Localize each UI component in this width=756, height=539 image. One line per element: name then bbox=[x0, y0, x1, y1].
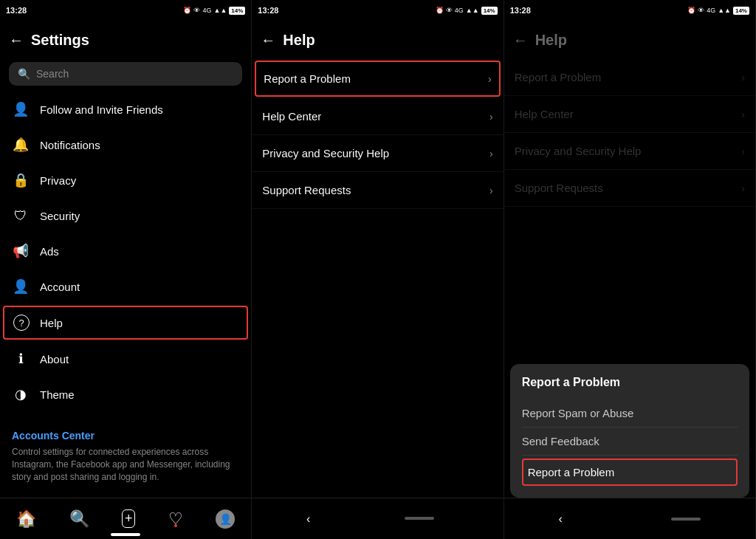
battery-icon: 14% bbox=[229, 7, 245, 15]
popup-item-report[interactable]: Report a Problem bbox=[522, 459, 738, 486]
back-button[interactable]: ← bbox=[9, 32, 24, 49]
chevron-3-support-icon: › bbox=[741, 182, 745, 194]
chevron-3-privacy-icon: › bbox=[741, 145, 745, 157]
status-bar-2: 13:28 ⏰ 👁 4G ▲▲ 14% bbox=[252, 0, 503, 21]
help-item-support-requests-3[interactable]: Support Requests › bbox=[504, 170, 755, 207]
help-center-label: Help Center bbox=[262, 110, 489, 123]
follow-icon: 👤 bbox=[12, 100, 30, 118]
menu-item-help[interactable]: ? Help bbox=[3, 306, 248, 340]
chevron-3-help-center-icon: › bbox=[741, 109, 745, 120]
nav-bar-indicator bbox=[111, 533, 140, 536]
chevron-support-icon: › bbox=[489, 185, 493, 196]
chevron-help-center-icon: › bbox=[489, 111, 493, 123]
privacy-icon: 🔒 bbox=[12, 171, 30, 189]
report-problem-label: Report a Problem bbox=[264, 72, 488, 85]
help-item-support-requests[interactable]: Support Requests › bbox=[252, 172, 503, 209]
help-back-button-3[interactable]: ← bbox=[513, 32, 528, 49]
search-icon: 🔍 bbox=[18, 68, 30, 80]
help-item-privacy-security-3[interactable]: Privacy and Security Help › bbox=[504, 133, 755, 170]
menu-item-follow[interactable]: 👤 Follow and Invite Friends bbox=[0, 92, 251, 127]
status-time-3: 13:28 bbox=[510, 6, 531, 15]
ads-label: Ads bbox=[40, 245, 239, 258]
help-item-report-problem[interactable]: Report a Problem › bbox=[255, 61, 500, 97]
status-time-1: 13:28 bbox=[6, 6, 27, 15]
support-requests-label: Support Requests bbox=[262, 184, 489, 196]
report-problem-label-3: Report a Problem bbox=[515, 71, 742, 83]
menu-item-notifications[interactable]: 🔔 Notifications bbox=[0, 127, 251, 162]
menu-item-security[interactable]: 🛡 Security bbox=[0, 198, 251, 233]
help-center-label-3: Help Center bbox=[515, 108, 742, 120]
signal-bars-icon: ▲▲ bbox=[213, 7, 227, 14]
4g-icon-2: 4G bbox=[455, 7, 464, 14]
about-label: About bbox=[40, 353, 239, 365]
help-title-3: Help bbox=[535, 32, 567, 49]
status-bar-1: 13:28 ⏰ 👁 4G ▲▲ 14% bbox=[0, 0, 251, 21]
eye-icon-3: 👁 bbox=[698, 7, 704, 14]
support-requests-label-3: Support Requests bbox=[515, 182, 742, 194]
popup-item-feedback[interactable]: Send Feedback bbox=[522, 428, 738, 456]
nav-search-icon[interactable]: 🔍 bbox=[69, 509, 89, 529]
accounts-center-desc: Control settings for connected experienc… bbox=[12, 446, 239, 483]
battery-3: 14% bbox=[733, 7, 749, 15]
eye-icon-2: 👁 bbox=[446, 7, 453, 14]
help-icon: ? bbox=[13, 315, 30, 331]
theme-label: Theme bbox=[40, 388, 239, 401]
alarm-icon-2: ⏰ bbox=[436, 7, 444, 14]
security-label: Security bbox=[40, 210, 239, 222]
help-back-button[interactable]: ← bbox=[261, 32, 275, 49]
nav-home-icon[interactable]: 🏠 bbox=[16, 509, 36, 529]
nav-bar-indicator-2 bbox=[405, 517, 434, 520]
signal-icon-2: ▲▲ bbox=[466, 7, 479, 14]
settings-panel: 13:28 ⏰ 👁 4G ▲▲ 14% ← Settings 🔍 Search … bbox=[0, 0, 252, 539]
nav-back-arrow-2[interactable]: ‹ bbox=[306, 512, 310, 526]
status-icons-3: ⏰ 👁 4G ▲▲ 14% bbox=[687, 7, 749, 15]
help-panel: 13:28 ⏰ 👁 4G ▲▲ 14% ← Help Report a Prob… bbox=[252, 0, 504, 539]
help-title: Help bbox=[283, 32, 315, 49]
chevron-3-report-icon: › bbox=[741, 72, 745, 83]
popup-title: Report a Problem bbox=[522, 376, 738, 389]
nav-heart-icon[interactable]: ♡ bbox=[168, 509, 183, 529]
menu-item-privacy[interactable]: 🔒 Privacy bbox=[0, 162, 251, 198]
account-icon: 👤 bbox=[12, 278, 30, 295]
search-input[interactable]: Search bbox=[36, 68, 69, 80]
accounts-center-title: Accounts Center bbox=[12, 430, 239, 442]
help-header-3: ← Help bbox=[504, 21, 755, 59]
privacy-label: Privacy bbox=[40, 174, 239, 187]
help-item-help-center[interactable]: Help Center › bbox=[252, 98, 503, 135]
notifications-label: Notifications bbox=[40, 139, 239, 151]
eye-icon: 👁 bbox=[193, 7, 200, 14]
popup-item-spam[interactable]: Report Spam or Abuse bbox=[522, 399, 738, 428]
menu-item-account[interactable]: 👤 Account bbox=[0, 269, 251, 304]
menu-item-theme[interactable]: ◑ Theme bbox=[0, 377, 251, 412]
status-icons-1: ⏰ 👁 4G ▲▲ 14% bbox=[183, 7, 245, 15]
help-item-report-problem-3[interactable]: Report a Problem › bbox=[504, 59, 755, 96]
4g-icon-3: 4G bbox=[707, 7, 715, 14]
bottom-nav-3: ‹ bbox=[504, 498, 755, 539]
accounts-center[interactable]: Accounts Center Control settings for con… bbox=[0, 418, 251, 495]
security-icon: 🛡 bbox=[12, 207, 30, 224]
help-item-help-center-3[interactable]: Help Center › bbox=[504, 96, 755, 133]
battery-2: 14% bbox=[481, 7, 498, 15]
help-panel-3: 13:28 ⏰ 👁 4G ▲▲ 14% ← Help Report a Prob… bbox=[504, 0, 756, 539]
report-problem-popup: Report a Problem Report Spam or Abuse Se… bbox=[510, 364, 749, 498]
alarm-icon-3: ⏰ bbox=[687, 7, 695, 14]
menu-item-about[interactable]: ℹ About bbox=[0, 341, 251, 377]
signal-4g-icon: 4G bbox=[202, 7, 211, 14]
alarm-icon: ⏰ bbox=[183, 7, 191, 14]
menu-item-ads[interactable]: 📢 Ads bbox=[0, 233, 251, 269]
nav-add-icon[interactable]: + bbox=[122, 509, 136, 528]
chevron-report-icon: › bbox=[488, 73, 492, 85]
privacy-security-label-3: Privacy and Security Help bbox=[515, 145, 742, 157]
status-bar-3: 13:28 ⏰ 👁 4G ▲▲ 14% bbox=[504, 0, 755, 21]
nav-back-arrow-3[interactable]: ‹ bbox=[558, 512, 562, 526]
nav-avatar[interactable]: 👤 bbox=[216, 509, 235, 529]
privacy-security-label: Privacy and Security Help bbox=[262, 147, 489, 159]
chevron-privacy-icon: › bbox=[489, 148, 493, 159]
help-item-privacy-security[interactable]: Privacy and Security Help › bbox=[252, 135, 503, 172]
ads-icon: 📢 bbox=[12, 242, 30, 260]
status-time-2: 13:28 bbox=[258, 6, 278, 15]
settings-title: Settings bbox=[31, 32, 89, 49]
bottom-nav-2: ‹ bbox=[252, 498, 503, 539]
search-bar[interactable]: 🔍 Search bbox=[9, 62, 242, 86]
settings-menu: 👤 Follow and Invite Friends 🔔 Notificati… bbox=[0, 92, 251, 412]
